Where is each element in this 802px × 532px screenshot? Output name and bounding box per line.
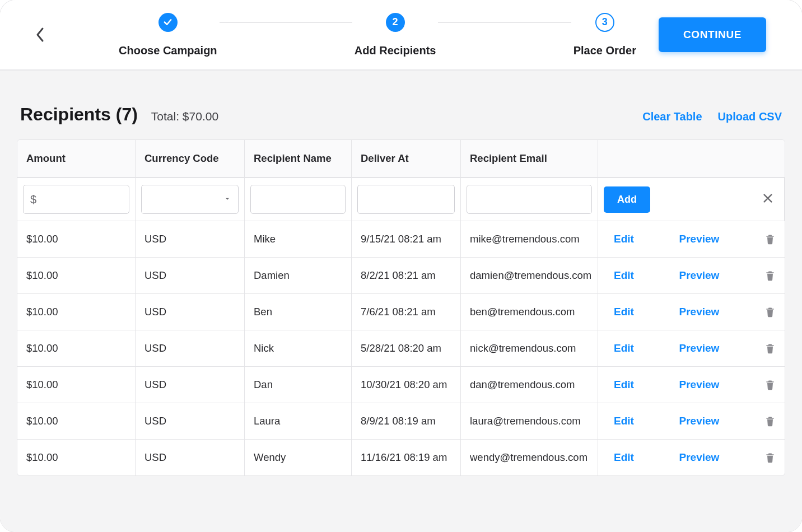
cell-deliver-at: 11/16/21 08:19 am [352, 440, 461, 475]
edit-link[interactable]: Edit [614, 379, 634, 391]
cell-amount: $10.00 [17, 294, 136, 330]
cell-amount: $10.00 [17, 258, 136, 293]
step-indicator-active: 2 [386, 13, 405, 32]
column-deliver-at: Deliver At [352, 140, 461, 177]
recipients-table: Amount Currency Code Recipient Name Deli… [17, 139, 785, 476]
clear-table-link[interactable]: Clear Table [642, 110, 702, 123]
back-button[interactable] [29, 24, 52, 46]
cell-currency: USD [136, 367, 245, 403]
cell-email: mike@tremendous.com [461, 221, 598, 257]
email-input[interactable] [467, 185, 592, 214]
close-icon[interactable] [762, 192, 774, 207]
preview-link[interactable]: Preview [679, 269, 720, 282]
step-indicator-done [158, 13, 178, 32]
cell-email: damien@tremendous.com [461, 258, 598, 293]
step-choose-campaign[interactable]: Choose Campaign [119, 13, 217, 57]
cell-amount: $10.00 [17, 221, 136, 257]
table-row: $10.00USDWendy11/16/21 08:19 amwendy@tre… [17, 439, 785, 475]
step-connector [438, 22, 571, 22]
table-header: Amount Currency Code Recipient Name Deli… [17, 140, 785, 178]
cell-currency: USD [136, 440, 245, 475]
cell-amount: $10.00 [17, 330, 136, 366]
step-add-recipients[interactable]: 2 Add Recipients [355, 13, 436, 57]
step-label: Add Recipients [355, 44, 436, 57]
upload-csv-link[interactable]: Upload CSV [718, 110, 782, 123]
currency-select[interactable] [141, 185, 239, 214]
stepper: Choose Campaign 2 Add Recipients 3 Place… [119, 13, 636, 57]
step-indicator-pending: 3 [595, 13, 614, 32]
column-email: Recipient Email [461, 140, 598, 177]
delete-icon[interactable] [764, 379, 776, 391]
edit-link[interactable]: Edit [614, 306, 634, 318]
column-actions [598, 140, 785, 177]
cell-deliver-at: 7/6/21 08:21 am [352, 294, 461, 330]
cell-email: nick@tremendous.com [461, 330, 598, 366]
column-amount: Amount [17, 140, 136, 177]
cell-email: wendy@tremendous.com [461, 440, 598, 475]
preview-link[interactable]: Preview [679, 233, 720, 245]
delete-icon[interactable] [764, 269, 776, 282]
table-input-row: $ Add [17, 178, 785, 221]
deliver-at-input[interactable] [357, 185, 455, 214]
table-row: $10.00USDBen7/6/21 08:21 amben@tremendou… [17, 293, 785, 330]
delete-icon[interactable] [764, 306, 776, 318]
chevron-down-icon [223, 194, 231, 206]
preview-link[interactable]: Preview [679, 342, 720, 354]
edit-link[interactable]: Edit [614, 233, 634, 245]
step-place-order[interactable]: 3 Place Order [573, 13, 636, 57]
cell-currency: USD [136, 294, 245, 330]
preview-link[interactable]: Preview [679, 379, 720, 391]
name-input[interactable] [250, 185, 346, 214]
table-row: $10.00USDMike9/15/21 08:21 ammike@tremen… [17, 221, 785, 257]
currency-symbol: $ [30, 193, 36, 206]
page-title: Recipients (7) [20, 104, 138, 125]
table-row: $10.00USDDamien8/2/21 08:21 amdamien@tre… [17, 257, 785, 293]
delete-icon[interactable] [764, 233, 776, 245]
step-connector [220, 22, 352, 22]
cell-name: Laura [245, 403, 352, 439]
column-name: Recipient Name [245, 140, 352, 177]
cell-email: laura@tremendous.com [461, 403, 598, 439]
delete-icon[interactable] [764, 451, 776, 464]
page-body: Recipients (7) Total: $70.00 Clear Table… [0, 71, 802, 532]
cell-amount: $10.00 [17, 440, 136, 475]
delete-icon[interactable] [764, 415, 776, 427]
cell-name: Nick [245, 330, 352, 366]
page-subtitle: Total: $70.00 [151, 110, 218, 123]
preview-link[interactable]: Preview [679, 451, 720, 464]
cell-deliver-at: 10/30/21 08:20 am [352, 367, 461, 403]
cell-email: dan@tremendous.com [461, 367, 598, 403]
edit-link[interactable]: Edit [614, 451, 634, 464]
cell-name: Damien [245, 258, 352, 293]
delete-icon[interactable] [764, 342, 776, 354]
header: Choose Campaign 2 Add Recipients 3 Place… [0, 0, 802, 71]
cell-currency: USD [136, 403, 245, 439]
cell-currency: USD [136, 330, 245, 366]
preview-link[interactable]: Preview [679, 415, 720, 427]
cell-name: Mike [245, 221, 352, 257]
app-window: Choose Campaign 2 Add Recipients 3 Place… [0, 0, 802, 532]
edit-link[interactable]: Edit [614, 342, 634, 354]
amount-input[interactable]: $ [23, 185, 129, 214]
title-row: Recipients (7) Total: $70.00 Clear Table… [17, 104, 785, 125]
step-label: Choose Campaign [119, 44, 217, 57]
edit-link[interactable]: Edit [614, 269, 634, 282]
cell-currency: USD [136, 258, 245, 293]
title-actions: Clear Table Upload CSV [642, 110, 782, 123]
edit-link[interactable]: Edit [614, 415, 634, 427]
cell-amount: $10.00 [17, 403, 136, 439]
add-button[interactable]: Add [604, 186, 650, 213]
continue-button[interactable]: CONTINUE [659, 17, 766, 52]
step-label: Place Order [573, 44, 636, 57]
cell-deliver-at: 8/9/21 08:19 am [352, 403, 461, 439]
cell-name: Ben [245, 294, 352, 330]
table-row: $10.00USDNick5/28/21 08:20 amnick@tremen… [17, 330, 785, 366]
chevron-left-icon [35, 27, 45, 43]
column-currency: Currency Code [136, 140, 245, 177]
cell-email: ben@tremendous.com [461, 294, 598, 330]
cell-name: Wendy [245, 440, 352, 475]
preview-link[interactable]: Preview [679, 306, 720, 318]
cell-currency: USD [136, 221, 245, 257]
check-icon [163, 17, 172, 27]
cell-deliver-at: 9/15/21 08:21 am [352, 221, 461, 257]
